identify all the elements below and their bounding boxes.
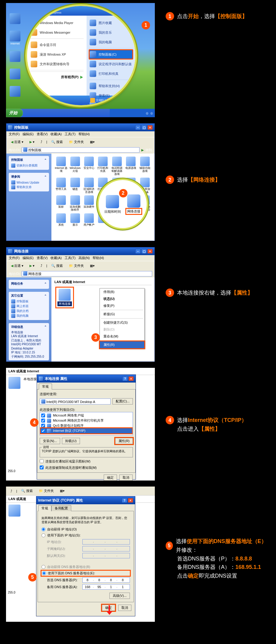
- minimize-button[interactable]: −: [135, 125, 141, 130]
- radio-auto-dns[interactable]: 自动获得 DNS 服务器地址(B): [41, 565, 130, 569]
- chk-show-icon[interactable]: 连接后在通知区域显示图标(W): [40, 459, 133, 464]
- switch-view-link[interactable]: 切换到分类视图: [11, 163, 47, 168]
- ctx-delete[interactable]: 删除(D): [100, 326, 144, 333]
- forward-button[interactable]: ▶▾: [27, 139, 37, 145]
- list-item[interactable]: Microsoft 网络客户端: [41, 413, 132, 418]
- cp-icon[interactable]: 电话和调制解调器选项: [110, 157, 124, 176]
- go-button[interactable]: 转到: [146, 148, 152, 152]
- cp-icon[interactable]: 键盘: [68, 178, 81, 194]
- link[interactable]: 网上邻居: [11, 304, 47, 309]
- ok-button[interactable]: 确定: [104, 475, 117, 481]
- menu-fav[interactable]: 收藏(A): [51, 256, 62, 260]
- radio-manual-ip[interactable]: 使用下面的 IP 地址(S):: [41, 533, 130, 538]
- cp-icon[interactable]: Windows 火墙: [68, 157, 81, 176]
- shutdown-button[interactable]: 关闭计算机: [107, 98, 128, 103]
- folders-button[interactable]: 📁 文件夹: [67, 263, 86, 269]
- help-button[interactable]: ?: [122, 376, 128, 381]
- maximize-button[interactable]: ▢: [141, 125, 147, 130]
- menu-tools[interactable]: 工具(T): [65, 256, 75, 260]
- cp-icon[interactable]: 电源选项: [124, 157, 137, 176]
- cp-icon[interactable]: 打印机和传真: [96, 157, 109, 176]
- cp-icon[interactable]: 区域和语言选项: [82, 178, 96, 194]
- menu-view[interactable]: 查看(V): [37, 132, 48, 136]
- adns-field[interactable]: . . .: [82, 584, 130, 590]
- up-button[interactable]: ⤴: [38, 263, 44, 268]
- folders-button[interactable]: 📁 文件夹: [67, 139, 86, 145]
- sm-item[interactable]: 漫游 Windows XP: [30, 50, 84, 59]
- chk-notify[interactable]: 此连接被限制或无连接时通知我(M): [40, 465, 133, 470]
- close-button[interactable]: ×: [128, 376, 134, 381]
- items-list[interactable]: Microsoft 网络客户端 Microsoft 网络的文件和打印机共享 Qo…: [40, 412, 133, 435]
- close-button[interactable]: ×: [147, 249, 153, 254]
- cp-icon[interactable]: 管理工具: [54, 178, 68, 194]
- mag-item-network[interactable]: 2 网络连接: [126, 194, 141, 214]
- cp-icon[interactable]: 显示: [68, 213, 81, 227]
- sm-item[interactable]: 文件和设置转移向导: [30, 59, 84, 69]
- views-button[interactable]: ▦▾: [88, 139, 97, 145]
- advanced-button[interactable]: 高级(V)...: [109, 593, 130, 599]
- menu-adv[interactable]: 高级(N): [78, 256, 90, 260]
- sm-item-control-panel[interactable]: 控制面板(C): [89, 50, 133, 59]
- menu-file[interactable]: 文件(F): [9, 132, 20, 136]
- start-button[interactable]: 开始: [6, 109, 23, 117]
- link[interactable]: 控制面板: [11, 299, 47, 304]
- sm-item[interactable]: 打印机和传真: [89, 69, 133, 78]
- up-button[interactable]: ⤴: [8, 488, 14, 494]
- views-button[interactable]: ▦▾: [58, 488, 67, 494]
- up-button[interactable]: ⤴: [38, 139, 44, 145]
- mag-item-datetime[interactable]: 日期和时间: [104, 195, 121, 214]
- maximize-button[interactable]: ▢: [141, 249, 147, 254]
- ctx-shortcut[interactable]: 创建快捷方式(S): [100, 319, 144, 326]
- ctx-bridge[interactable]: 桥接(G): [100, 311, 144, 318]
- cancel-button[interactable]: 取消: [119, 475, 133, 481]
- tab-alt[interactable]: 备用配置: [51, 505, 71, 511]
- configure-button[interactable]: 配置(C)...: [112, 398, 133, 404]
- menu-file[interactable]: 文件(F): [9, 256, 20, 260]
- folders-button[interactable]: 📁 文件夹: [37, 488, 56, 494]
- sm-item[interactable]: 我的音乐: [89, 28, 133, 37]
- local-connection[interactable]: 本地连接: [56, 288, 73, 307]
- menu-help[interactable]: 帮助(H): [93, 256, 104, 260]
- menu-tools[interactable]: 工具(T): [65, 132, 75, 136]
- forward-button[interactable]: ▶▾: [27, 263, 37, 269]
- cp-icon[interactable]: 用户帐户: [82, 213, 96, 227]
- list-item[interactable]: QoS 数据包计划程序: [41, 423, 132, 428]
- menu-help[interactable]: 帮助(H): [78, 132, 90, 136]
- sm-item[interactable]: 图片收藏: [89, 18, 133, 28]
- cancel-button[interactable]: 取消: [118, 605, 131, 611]
- sm-item[interactable]: 帮助和支持(H): [89, 81, 133, 91]
- all-programs[interactable]: 所有程序(P): [30, 72, 84, 82]
- sm-item[interactable]: 设定程序访问和默认值: [89, 59, 133, 69]
- link-winupdate[interactable]: Windows Update: [11, 180, 47, 185]
- cp-icon[interactable]: 安全中心: [82, 157, 96, 176]
- logoff-button[interactable]: 注销(L): [90, 98, 106, 103]
- list-item[interactable]: Microsoft 网络的文件和打印机共享: [41, 418, 132, 423]
- ctx-disable[interactable]: 停用(B): [100, 288, 144, 295]
- menu-edit[interactable]: 编辑(E): [23, 256, 34, 260]
- cp-icon[interactable]: 鼠标: [54, 195, 68, 212]
- sm-item[interactable]: Windows Messenger: [30, 28, 84, 37]
- cp-icon[interactable]: 添加或删除程序: [68, 195, 81, 212]
- views-button[interactable]: ▦▾: [88, 263, 97, 269]
- link-helpsupport[interactable]: 帮助和支持: [11, 185, 47, 190]
- radio-auto-ip[interactable]: 自动获得 IP 地址(O): [41, 527, 130, 532]
- ctx-status[interactable]: 状态(U): [100, 295, 144, 302]
- tab-general[interactable]: 常规: [39, 383, 52, 389]
- radio-manual-dns[interactable]: 使用下面的 DNS 服务器地址(E):: [41, 571, 130, 576]
- search-button[interactable]: 🔍 搜索: [49, 139, 65, 145]
- search-button[interactable]: 🔍 搜索: [19, 488, 35, 494]
- pdns-field[interactable]: . . .: [82, 577, 130, 583]
- link[interactable]: 我的文档: [11, 309, 47, 313]
- link[interactable]: 我的电脑: [11, 313, 47, 318]
- help-button[interactable]: ?: [122, 498, 127, 503]
- search-button[interactable]: 🔍 搜索: [49, 263, 65, 269]
- menu-view[interactable]: 查看(V): [37, 256, 48, 260]
- cp-icon[interactable]: 辅助功能选项: [138, 157, 152, 176]
- back-button[interactable]: ◀后退▾: [9, 263, 26, 269]
- cp-icon[interactable]: 系统: [54, 213, 68, 227]
- cp-icon[interactable]: 添加硬件: [82, 195, 96, 212]
- addr-input[interactable]: 控制面板: [22, 147, 140, 153]
- list-item-tcpip[interactable]: Internet 协议 (TCP/IP): [41, 428, 132, 433]
- properties-button[interactable]: 属性(R): [115, 438, 133, 444]
- menu-edit[interactable]: 编辑(E): [23, 132, 34, 136]
